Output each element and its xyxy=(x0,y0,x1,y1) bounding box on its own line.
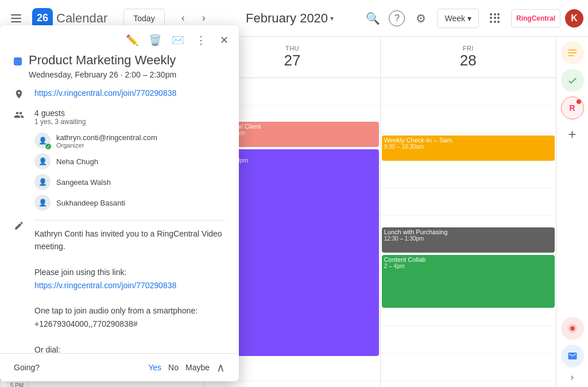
guest-name-sukhandeep: Sukhandeep Basanti xyxy=(56,199,125,207)
popup-notes-row: Kathryn Conti has invited you to a RingC… xyxy=(14,220,225,356)
email-button[interactable]: ✉️ xyxy=(168,30,188,51)
month-title[interactable]: February 2020 ▾ xyxy=(246,11,334,26)
guest-avatar-sangeeta: 👤 xyxy=(34,174,51,190)
sidebar-ringcentral-icon[interactable]: R xyxy=(561,96,584,119)
event-popup: ✏️ 🗑️ ✉️ ⋮ ✕ Product Marketing Weekly We… xyxy=(0,25,239,381)
guest-item-neha: 👤 Neha Chugh xyxy=(34,151,157,172)
event-content[interactable]: Content Collab 2 – 4pm xyxy=(382,255,555,308)
user-avatar[interactable]: K xyxy=(565,9,583,28)
event-color-indicator xyxy=(14,57,22,65)
going-no-button[interactable]: No xyxy=(168,363,179,372)
edit-button[interactable]: ✏️ xyxy=(122,30,142,51)
guest-list: 👤 ✓ kathryn.conti@ringcentral.com Organi… xyxy=(34,130,157,213)
guest-item-organizer: 👤 ✓ kathryn.conti@ringcentral.com Organi… xyxy=(34,130,157,151)
view-dropdown-icon: ▾ xyxy=(467,14,471,23)
guest-count: 4 guests xyxy=(34,109,157,118)
going-maybe-button[interactable]: Maybe xyxy=(185,363,210,372)
popup-toolbar: ✏️ 🗑️ ✉️ ⋮ ✕ xyxy=(0,25,239,53)
guest-name-sangeeta: Sangeeta Walsh xyxy=(56,178,111,187)
popup-description: Kathryn Conti has invited you to a RingC… xyxy=(34,227,225,356)
sidebar-bottom-icon1[interactable] xyxy=(561,317,584,340)
going-yes-button[interactable]: Yes xyxy=(148,363,161,372)
search-button[interactable]: 🔍 xyxy=(361,7,384,30)
guest-status: 1 yes, 3 awaiting xyxy=(34,118,157,126)
apps-button[interactable] xyxy=(483,7,506,30)
more-button[interactable]: ⋮ xyxy=(191,30,211,51)
help-button[interactable]: ? xyxy=(389,10,405,26)
join-link[interactable]: https://v.ringcentral.com/join/770290838 xyxy=(34,281,176,290)
organizer-check-icon: ✓ xyxy=(45,143,52,150)
event-weekly-checkin[interactable]: Weekly Check-In -- Sam 9:30 – 10:30am xyxy=(382,136,555,161)
sidebar-forward-icon[interactable]: › xyxy=(571,372,574,382)
notes-icon xyxy=(14,220,25,233)
popup-event-datetime: Wednesday, February 26 · 2:00 – 2:30pm xyxy=(29,70,225,79)
location-icon xyxy=(14,89,25,102)
day-header-fri[interactable]: FRI 28 xyxy=(380,37,556,78)
guest-avatar-neha: 👤 xyxy=(34,153,51,169)
close-button[interactable]: ✕ xyxy=(214,30,234,51)
svg-rect-2 xyxy=(568,55,574,56)
guests-icon xyxy=(14,110,25,122)
header-right: 🔍 ? ⚙ Week ▾ RingCentral K xyxy=(361,7,583,30)
going-label: Going? xyxy=(14,363,141,372)
ringcentral-logo: RingCentral xyxy=(511,9,560,28)
guest-avatar-organizer: 👤 ✓ xyxy=(34,133,51,149)
settings-button[interactable]: ⚙ xyxy=(409,7,432,30)
day-column-fri: Weekly Check-In -- Sam 9:30 – 10:30am Lu… xyxy=(380,78,556,387)
popup-guests-detail: 4 guests 1 yes, 3 awaiting 👤 ✓ kathryn.c… xyxy=(34,109,157,213)
going-expand-icon[interactable]: ∧ xyxy=(216,361,225,374)
popup-overlay: ✏️ 🗑️ ✉️ ⋮ ✕ Product Marketing Weekly We… xyxy=(0,0,239,387)
popup-event-title-row: Product Marketing Weekly xyxy=(14,53,225,68)
popup-event-title: Product Marketing Weekly xyxy=(29,53,176,68)
sidebar-bottom-icon2[interactable] xyxy=(561,345,584,367)
guest-name-organizer: kathryn.conti@ringcentral.com xyxy=(56,133,157,142)
organizer-label: Organizer xyxy=(56,142,157,149)
guest-item-sangeeta: 👤 Sangeeta Walsh xyxy=(34,172,157,192)
sidebar-check-icon[interactable] xyxy=(561,69,584,92)
svg-rect-1 xyxy=(568,52,577,53)
header-center: February 2020 ▾ xyxy=(246,11,361,26)
sidebar-add-icon[interactable]: + xyxy=(568,126,576,142)
guest-name-neha: Neha Chugh xyxy=(56,157,98,166)
guest-avatar-sukhandeep: 👤 xyxy=(34,195,51,211)
view-selector[interactable]: Week ▾ xyxy=(437,9,479,28)
popup-content: Product Marketing Weekly Wednesday, Febr… xyxy=(0,53,239,367)
going-bar: Going? Yes No Maybe ∧ xyxy=(0,353,239,381)
sidebar-tasks-icon[interactable] xyxy=(561,41,584,64)
popup-link[interactable]: https://v.ringcentral.com/join/770290838 xyxy=(34,88,176,98)
notes-divider xyxy=(34,220,225,220)
popup-link-row: https://v.ringcentral.com/join/770290838 xyxy=(14,88,225,102)
svg-point-4 xyxy=(570,326,575,331)
delete-button[interactable]: 🗑️ xyxy=(145,30,165,51)
guest-item-sukhandeep: 👤 Sukhandeep Basanti xyxy=(34,192,157,213)
popup-guests-row: 4 guests 1 yes, 3 awaiting 👤 ✓ kathryn.c… xyxy=(14,109,225,213)
event-lunch[interactable]: Lunch with Purchasing 12:30 – 1:30pm xyxy=(382,227,555,253)
svg-rect-0 xyxy=(568,49,577,51)
right-sidebar: R + › xyxy=(556,37,588,387)
month-dropdown-icon: ▾ xyxy=(330,14,334,22)
